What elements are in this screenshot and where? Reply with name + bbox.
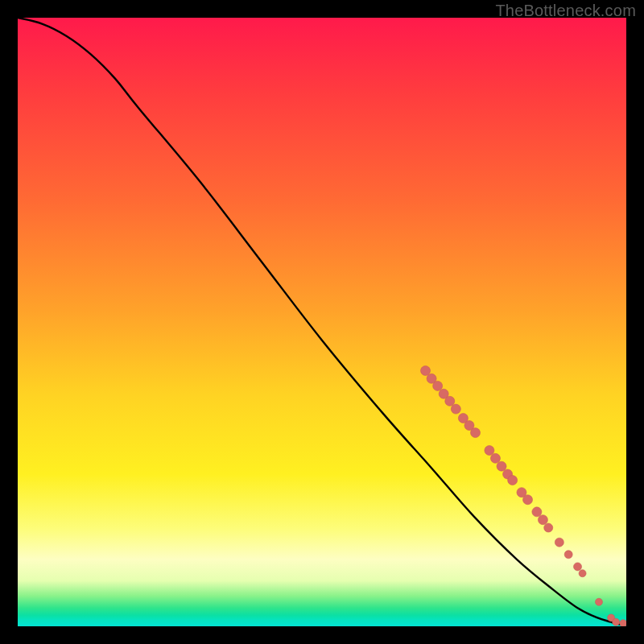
data-point xyxy=(490,453,500,463)
scatter-group xyxy=(421,365,626,626)
data-point xyxy=(595,598,602,605)
data-point xyxy=(613,618,620,625)
data-point xyxy=(538,515,547,525)
data-point xyxy=(555,538,564,547)
data-point xyxy=(579,570,586,577)
data-point xyxy=(451,404,460,414)
data-point xyxy=(485,446,494,456)
data-point xyxy=(508,476,518,485)
data-point xyxy=(445,396,455,406)
data-point xyxy=(523,495,533,505)
data-point xyxy=(574,563,582,571)
curve-path xyxy=(18,18,626,625)
data-point xyxy=(421,365,431,375)
chart-stage: TheBottleneck.com xyxy=(0,0,644,644)
data-point xyxy=(532,507,542,517)
data-point xyxy=(620,620,626,626)
data-point xyxy=(471,428,481,438)
plot-area xyxy=(18,18,626,626)
data-point xyxy=(433,381,443,390)
data-point xyxy=(497,461,506,471)
data-point xyxy=(544,523,553,532)
chart-svg xyxy=(18,18,626,626)
data-point xyxy=(564,551,572,559)
